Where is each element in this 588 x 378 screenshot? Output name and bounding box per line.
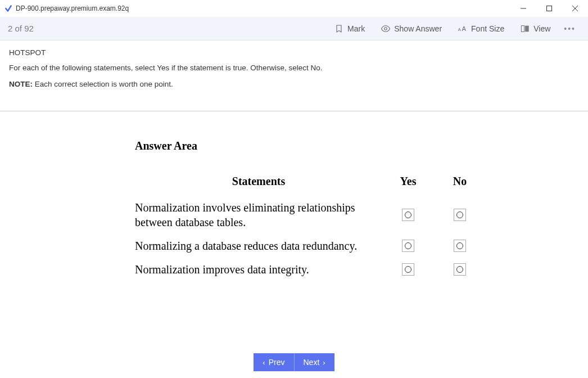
note-prefix: NOTE: [9, 80, 33, 88]
question-note: NOTE: Each correct selection is worth on… [9, 80, 579, 88]
bookmark-icon [334, 24, 344, 34]
question-instruction: For each of the following statements, se… [9, 64, 579, 72]
show-answer-label: Show Answer [394, 24, 442, 33]
radio-no[interactable] [454, 263, 466, 276]
ellipsis-icon: ••• [564, 24, 576, 33]
question-type-label: HOTSPOT [9, 48, 579, 57]
eye-icon [381, 24, 391, 34]
svg-rect-1 [547, 6, 552, 11]
view-button[interactable]: View [514, 20, 556, 37]
window-maximize-button[interactable] [536, 0, 562, 17]
note-text: Each correct selection is worth one poin… [33, 80, 173, 88]
next-button[interactable]: Next › [295, 353, 334, 371]
window-minimize-button[interactable] [510, 0, 536, 17]
statement-text: Normalizing a database reduces data redu… [135, 238, 382, 253]
table-row: Normalization involves eliminating relat… [135, 200, 486, 230]
circle-icon [456, 266, 463, 273]
font-size-icon: AA [458, 24, 468, 34]
footer-nav: ‹ Prev Next › [0, 353, 588, 371]
radio-yes[interactable] [402, 263, 414, 276]
toolbar: 2 of 92 Mark Show Answer AA Font Size Vi… [0, 17, 588, 40]
table-row: Normalizing a database reduces data redu… [135, 238, 486, 253]
answer-area: Answer Area Statements Yes No Normalizat… [0, 111, 588, 308]
font-size-label: Font Size [471, 24, 504, 33]
more-options-button[interactable]: ••• [559, 22, 580, 35]
svg-text:A: A [458, 26, 461, 32]
next-label: Next [304, 358, 320, 367]
window-title: DP-900.prepaway.premium.exam.92q [16, 4, 129, 12]
statement-text: Normalization improves data integrity. [135, 262, 382, 277]
radio-no[interactable] [454, 209, 466, 221]
app-logo-icon [4, 4, 12, 12]
col-header-no: No [434, 175, 486, 191]
svg-text:A: A [462, 25, 467, 32]
answer-area-title: Answer Area [135, 140, 577, 152]
prev-label: Prev [269, 358, 285, 367]
radio-no[interactable] [454, 240, 466, 252]
table-row: Normalization improves data integrity. [135, 262, 486, 277]
window-titlebar: DP-900.prepaway.premium.exam.92q [0, 0, 588, 17]
view-label: View [533, 24, 550, 33]
chevron-right-icon: › [323, 358, 325, 367]
view-layout-icon [520, 24, 530, 34]
circle-icon [456, 242, 463, 249]
col-header-statements: Statements [135, 175, 382, 191]
chevron-left-icon: ‹ [263, 358, 265, 367]
circle-icon [405, 212, 411, 218]
circle-icon [456, 212, 463, 218]
radio-yes[interactable] [402, 240, 414, 252]
show-answer-button[interactable]: Show Answer [375, 20, 447, 37]
font-size-button[interactable]: AA Font Size [452, 20, 510, 37]
window-close-button[interactable] [562, 0, 588, 17]
svg-point-4 [385, 27, 387, 30]
statements-table: Statements Yes No Normalization involves… [135, 166, 486, 286]
question-panel: HOTSPOT For each of the following statem… [0, 40, 588, 111]
svg-rect-7 [522, 25, 524, 32]
circle-icon [405, 242, 411, 249]
svg-rect-8 [525, 25, 529, 32]
radio-yes[interactable] [402, 209, 414, 221]
mark-label: Mark [347, 24, 365, 33]
statement-text: Normalization involves eliminating relat… [135, 200, 382, 230]
mark-button[interactable]: Mark [328, 20, 370, 37]
prev-button[interactable]: ‹ Prev [254, 353, 294, 371]
col-header-yes: Yes [382, 175, 434, 191]
circle-icon [405, 266, 411, 273]
question-counter: 2 of 92 [8, 24, 34, 33]
